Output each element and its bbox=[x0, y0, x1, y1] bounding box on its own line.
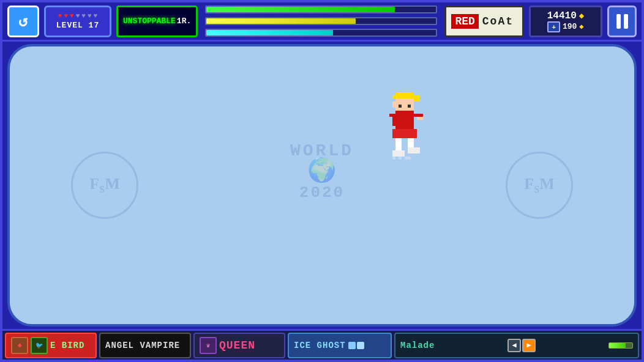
bird-icon: ♠ bbox=[11, 337, 28, 354]
rink-logo-left: FSM bbox=[71, 152, 138, 219]
svg-rect-10 bbox=[414, 114, 423, 117]
world-globe-icon: 🌍 bbox=[290, 160, 354, 183]
svg-rect-17 bbox=[408, 147, 420, 153]
skater-sprite bbox=[383, 92, 426, 166]
bird-sprite-icon: 🐦 bbox=[31, 337, 48, 354]
world-title: WORLD bbox=[290, 141, 354, 160]
rink-logo-right: FSM bbox=[506, 152, 573, 219]
svg-rect-13 bbox=[392, 129, 417, 138]
bar-fill-green bbox=[206, 7, 395, 12]
heart-4: ♥ bbox=[76, 12, 80, 20]
bar-row-2 bbox=[205, 17, 437, 25]
heart-5: ♥ bbox=[81, 12, 86, 20]
ghost-badge-2 bbox=[357, 342, 364, 349]
level-box: ♥ ♥ ♥ ♥ ♥ ♥ ♥ LEVEL 17 bbox=[44, 6, 111, 37]
svg-rect-19 bbox=[399, 157, 402, 160]
svg-rect-2 bbox=[411, 95, 420, 98]
add-score-button[interactable]: + bbox=[547, 21, 560, 32]
combo-text: UNSTOPPABLE bbox=[123, 17, 176, 26]
card-malade[interactable]: Malade ◀ ▶ bbox=[394, 333, 639, 358]
restart-icon: ↺ bbox=[18, 12, 28, 31]
malade-label: Malade bbox=[400, 341, 435, 350]
vampire-label: ANGEL VAMPIRE bbox=[105, 341, 180, 350]
game-container: ↺ ♥ ♥ ♥ ♥ ♥ ♥ ♥ LEVEL 17 UNSTOPPABLE 1R. bbox=[0, 0, 644, 362]
ghost-label: ICE GHOST bbox=[294, 341, 346, 350]
arrow-right-button[interactable]: ▶ bbox=[522, 339, 536, 352]
svg-rect-4 bbox=[395, 98, 414, 111]
score-top: 14410 ◆ bbox=[547, 10, 584, 21]
score-box: 14410 ◆ + 190 ◆ bbox=[529, 6, 602, 37]
rink-area: FSM FSM WORLD 🌍 2020 bbox=[7, 44, 637, 327]
name-box: RED CoAt bbox=[444, 6, 524, 37]
bar-fill-yellow bbox=[206, 18, 356, 24]
svg-rect-3 bbox=[414, 98, 420, 102]
name-coat: CoAt bbox=[479, 14, 517, 29]
ice-line-1 bbox=[10, 44, 637, 69]
svg-rect-12 bbox=[389, 114, 392, 117]
logo-left-text: FSM bbox=[89, 175, 119, 195]
svg-rect-20 bbox=[405, 157, 411, 160]
score-bottom: + 190 ◆ bbox=[547, 21, 583, 32]
hearts-row: ♥ ♥ ♥ ♥ ♥ ♥ ♥ bbox=[58, 12, 97, 20]
pause-icon bbox=[616, 14, 628, 29]
heart-3: ♥ bbox=[70, 12, 74, 20]
heart-2: ♥ bbox=[64, 12, 68, 20]
malade-progress-bar bbox=[608, 342, 633, 349]
pause-bar-2 bbox=[624, 14, 628, 29]
svg-rect-6 bbox=[399, 105, 402, 108]
combo-box: UNSTOPPABLE 1R. bbox=[116, 6, 198, 37]
svg-rect-7 bbox=[408, 105, 411, 108]
card-queen[interactable]: ♛ QUEEN bbox=[193, 333, 285, 358]
score-value: 14410 bbox=[547, 10, 577, 21]
svg-rect-8 bbox=[395, 111, 414, 129]
svg-rect-5 bbox=[392, 102, 395, 108]
score-sub-value: 190 bbox=[563, 22, 577, 31]
svg-rect-16 bbox=[392, 150, 405, 157]
logo-right-text: FSM bbox=[524, 175, 554, 195]
progress-bars bbox=[203, 6, 440, 37]
bird-label: E BIRD bbox=[50, 341, 84, 350]
bottom-bar: ♠ 🐦 E BIRD ANGEL VAMPIRE ♛ QUEEN ICE GHO… bbox=[2, 329, 642, 360]
pause-bar-1 bbox=[616, 14, 621, 29]
queen-label: QUEEN bbox=[219, 339, 255, 352]
bar-row-1 bbox=[205, 6, 437, 13]
card-arrows: ◀ ▶ bbox=[507, 339, 536, 352]
bar-fill-cyan bbox=[206, 30, 332, 35]
svg-rect-15 bbox=[408, 138, 414, 147]
svg-rect-9 bbox=[392, 114, 395, 126]
arrow-left-button[interactable]: ◀ bbox=[507, 339, 521, 352]
world-logo: WORLD 🌍 2020 bbox=[290, 141, 354, 202]
score-coin2-icon: ◆ bbox=[579, 22, 583, 31]
malade-progress-fill bbox=[609, 343, 626, 348]
svg-rect-14 bbox=[395, 138, 402, 150]
bar-row-3 bbox=[205, 29, 437, 37]
combo-suffix: 1R. bbox=[177, 17, 191, 26]
pause-button[interactable] bbox=[607, 6, 637, 37]
level-text: LEVEL 17 bbox=[56, 21, 99, 30]
svg-rect-0 bbox=[395, 92, 414, 95]
world-year: 2020 bbox=[290, 183, 354, 202]
card-bird[interactable]: ♠ 🐦 E BIRD bbox=[5, 333, 97, 358]
svg-rect-18 bbox=[392, 157, 395, 160]
card-vampire[interactable]: ANGEL VAMPIRE bbox=[99, 333, 191, 358]
card-ghost[interactable]: ICE GHOST bbox=[288, 333, 392, 358]
score-coin-icon: ◆ bbox=[579, 10, 584, 21]
svg-rect-11 bbox=[417, 117, 423, 120]
heart-7: ♥ bbox=[94, 12, 98, 20]
name-red: RED bbox=[451, 14, 478, 29]
queen-icon: ♛ bbox=[200, 337, 217, 354]
restart-button[interactable]: ↺ bbox=[7, 6, 39, 37]
ghost-badge-1 bbox=[348, 342, 356, 349]
top-hud: ↺ ♥ ♥ ♥ ♥ ♥ ♥ ♥ LEVEL 17 UNSTOPPABLE 1R. bbox=[2, 2, 642, 42]
heart-1: ♥ bbox=[58, 12, 62, 20]
heart-6: ♥ bbox=[88, 12, 92, 20]
